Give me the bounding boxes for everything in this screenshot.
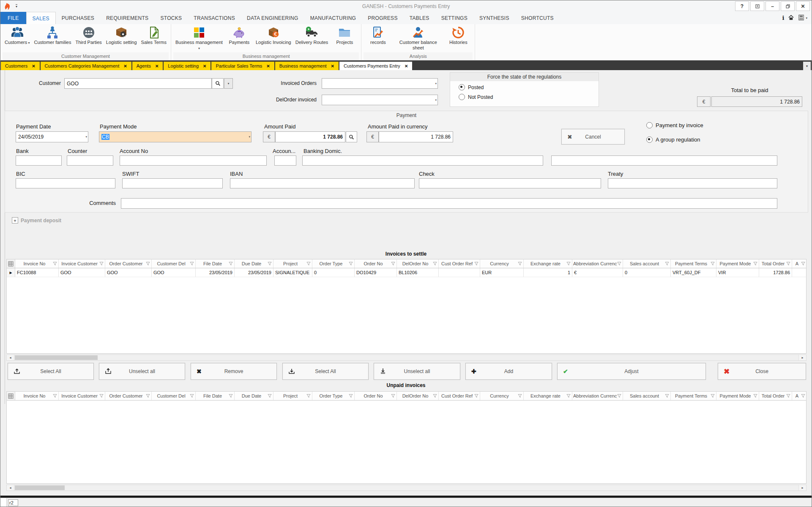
payment-radio-a-group-regulation[interactable]: A group regulation	[646, 136, 703, 143]
filter-icon[interactable]	[566, 262, 571, 266]
payment-date-combo[interactable]: 24/05/2019▾	[16, 131, 88, 142]
filter-icon[interactable]	[753, 262, 758, 266]
payment-deposit-expander-icon[interactable]: +	[12, 217, 18, 224]
filter-icon[interactable]	[268, 262, 272, 266]
column-header-a[interactable]: A	[792, 392, 807, 400]
remove-button[interactable]: ✖Remove	[191, 363, 277, 380]
fullscreen-icon[interactable]	[750, 1, 764, 11]
check-input[interactable]	[419, 178, 601, 188]
close-button[interactable]: ✖Close	[718, 363, 806, 380]
filter-icon[interactable]	[99, 262, 104, 266]
filter-icon[interactable]	[665, 394, 670, 398]
document-tab-business-management[interactable]: Business management✕	[275, 62, 339, 70]
document-tab-particular-sales-terms[interactable]: Particular Sales Terms✕	[211, 62, 274, 70]
filter-icon[interactable]	[53, 262, 57, 266]
customer-input[interactable]: GOO	[64, 78, 212, 89]
column-header-file-date[interactable]: File Date	[196, 392, 235, 400]
ribbon-tab-synthesis[interactable]: SYNTHESIS	[473, 12, 515, 24]
amount-paid-in-currency-input[interactable]: 1 728.86	[379, 131, 453, 142]
close-icon[interactable]: ✕	[405, 64, 408, 68]
column-header-order-no[interactable]: Order No	[355, 392, 397, 400]
ribbon-tab-file[interactable]: FILE	[0, 12, 26, 24]
select-all-button[interactable]: Select All	[282, 363, 369, 380]
column-header-cust-order-ref[interactable]: Cust Order Ref	[439, 259, 480, 268]
column-header-currency[interactable]: Currency	[480, 392, 524, 400]
ribbon-button-logistic-setting[interactable]: Logistic setting	[104, 24, 139, 45]
ribbon-button-projects[interactable]: Projects	[330, 24, 359, 45]
quick-access-dropdown-icon[interactable]: ▾	[16, 4, 17, 8]
column-header-abbreviation-currency[interactable]: Abbreviation Currency	[572, 392, 623, 400]
counter-input[interactable]	[67, 155, 113, 166]
filter-icon[interactable]	[229, 262, 233, 266]
filter-icon[interactable]	[190, 262, 194, 266]
scroll-right-icon[interactable]: ▸	[798, 355, 806, 360]
chevron-down-icon[interactable]: ▾	[435, 82, 437, 85]
close-icon[interactable]: ✕	[796, 1, 810, 11]
filter-icon[interactable]	[474, 394, 479, 398]
doc-tabs-overflow-button[interactable]: ▾	[803, 62, 811, 70]
filter-icon[interactable]	[786, 262, 791, 266]
unselect-all-button[interactable]: Unselect all	[374, 363, 460, 380]
info-icon[interactable]: i	[782, 15, 785, 21]
document-tab-customers-payments-entry[interactable]: Customers Payments Entry✕	[339, 62, 412, 70]
customer-dropdown-button[interactable]: ▾	[224, 78, 233, 89]
adjust-button[interactable]: ✔Adjust	[557, 363, 706, 380]
calculator-dropdown-icon[interactable]: ▾	[806, 16, 807, 20]
column-header-cust-order-ref[interactable]: Cust Order Ref	[439, 392, 480, 400]
filter-icon[interactable]	[711, 262, 715, 266]
total-to-be-paid-value[interactable]: 1 728.86	[711, 96, 802, 107]
calculator-icon[interactable]	[798, 14, 804, 22]
scrollbar-thumb[interactable]	[15, 355, 98, 360]
scroll-left-icon[interactable]: ◂	[7, 485, 14, 491]
column-header-payment-mode[interactable]: Payment Mode	[716, 259, 759, 268]
close-icon[interactable]: ✕	[123, 64, 127, 68]
column-header-abbreviation-currency[interactable]: Abbreviation Currency	[572, 259, 623, 268]
ribbon-tab-shortcuts[interactable]: SHORTCUTS	[515, 12, 560, 24]
add-button[interactable]: ✚Add	[465, 363, 552, 380]
column-header-exchange-rate[interactable]: Exchange rate	[524, 259, 572, 268]
column-header-invoice-no[interactable]: Invoice No	[15, 392, 59, 400]
filter-icon[interactable]	[349, 394, 353, 398]
delorder-invoiced-combo[interactable]: ▾	[322, 95, 438, 105]
close-icon[interactable]: ✕	[32, 64, 35, 68]
column-header-order-type[interactable]: Order Type	[312, 392, 355, 400]
filter-icon[interactable]	[433, 262, 437, 266]
filter-icon[interactable]	[665, 262, 670, 266]
column-header-due-date[interactable]: Due Date	[235, 392, 273, 400]
filter-icon[interactable]	[433, 394, 437, 398]
column-header-exchange-rate[interactable]: Exchange rate	[524, 392, 572, 400]
filter-icon[interactable]	[349, 262, 353, 266]
column-header-due-date[interactable]: Due Date	[235, 259, 273, 268]
column-header-order-no[interactable]: Order No	[355, 259, 397, 268]
iban-input[interactable]	[230, 178, 415, 188]
filter-icon[interactable]	[53, 394, 57, 398]
close-icon[interactable]: ✕	[331, 64, 334, 68]
home-icon[interactable]	[788, 14, 794, 22]
cancel-button[interactable]: ✖ Cancel	[561, 129, 625, 144]
ribbon-button-sales-terms[interactable]: Sales Terms	[139, 24, 169, 45]
filter-icon[interactable]	[518, 394, 522, 398]
scrollbar-thumb[interactable]	[15, 485, 65, 490]
ribbon-tab-settings[interactable]: SETTINGS	[435, 12, 473, 24]
ribbon-button-histories[interactable]: Histories	[444, 24, 473, 45]
column-header-a[interactable]: A	[792, 259, 807, 268]
column-header-invoice-customer[interactable]: Invoice Customer	[59, 259, 105, 268]
filter-icon[interactable]	[99, 394, 104, 398]
filter-icon[interactable]	[617, 394, 622, 398]
column-header-project[interactable]: Project	[273, 259, 312, 268]
filter-icon[interactable]	[786, 394, 791, 398]
ribbon-button-logistic-invoicing[interactable]: €Logistic Invoicing	[254, 24, 293, 45]
invoiced-orders-combo[interactable]: ▾	[322, 78, 438, 89]
document-tab-logistic-setting[interactable]: Logistic setting✕	[164, 62, 211, 70]
filter-icon[interactable]	[306, 394, 311, 398]
ribbon-button-customers[interactable]: Customers ▾	[3, 24, 32, 45]
filter-icon[interactable]	[146, 394, 150, 398]
filter-icon[interactable]	[391, 262, 396, 266]
ribbon-tab-data-engineering[interactable]: DATA ENGINEERING	[241, 12, 304, 24]
column-header-order-customer[interactable]: Order Customer	[105, 259, 152, 268]
payment-radio-payment-by-invoice[interactable]: Payment by invoice	[646, 122, 703, 128]
account-no-input[interactable]	[120, 155, 267, 166]
settle-grid-hscrollbar[interactable]: ◂ ▸	[6, 354, 807, 361]
payment-mode-combo[interactable]: CB▾	[99, 131, 252, 142]
bank-input[interactable]	[16, 155, 62, 166]
